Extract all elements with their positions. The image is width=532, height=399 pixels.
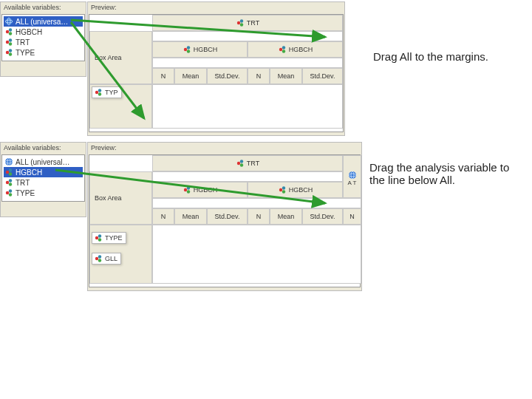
preview-grid[interactable]: Box Area TRT HGBCH HGBCH N Mean Std.Dev.… [89, 15, 343, 132]
available-variables-label2: Available variables: [1, 143, 86, 154]
var2-all-label: ALL (universal… [16, 158, 70, 166]
class-icon [94, 88, 103, 97]
col-header-trt[interactable]: TRT [152, 15, 343, 31]
stat-Std-1: Std.Dev. [207, 68, 248, 84]
var2-trt-label: TRT [16, 179, 30, 187]
available-variables-label: Available variables: [1, 2, 86, 13]
class-icon [278, 45, 287, 54]
col-header-trt-label: TRT [247, 19, 259, 27]
col-header-trt2[interactable]: TRT [152, 155, 343, 171]
var-hgbch-label: HGBCH [16, 28, 42, 36]
drag-chip-type-label: TYP [105, 89, 118, 96]
var-trt-label: TRT [16, 38, 30, 47]
stat-Std-2: Std.Dev. [302, 68, 343, 84]
stat-Mean-1: Mean [174, 68, 207, 84]
drag-chip-type2-label: TYPE [105, 234, 123, 242]
class-icon [4, 188, 13, 197]
stat2-1: Mean [174, 208, 207, 225]
class-icon [278, 185, 287, 194]
col-header-all-right-label: A T [348, 180, 357, 186]
stat2-0: N [152, 208, 174, 225]
class-icon [4, 168, 13, 177]
drag-chip-gll[interactable]: GLL [92, 253, 121, 265]
data-area[interactable] [152, 84, 343, 129]
panel1-available: Available variables: ALL (universa… HGBC… [0, 1, 86, 77]
preview-label2: Preview: [88, 143, 361, 154]
stat-Mean-2: Mean [270, 68, 302, 84]
available-variables-list: ALL (universa… HGBCH TRT TYPE [1, 14, 85, 61]
preview-spacer [152, 31, 343, 41]
var-type-label: TYPE [16, 49, 35, 57]
var2-hgbch[interactable]: HGBCH [4, 167, 83, 177]
box-area-cell[interactable]: Box Area [89, 31, 152, 84]
class-icon [4, 48, 13, 57]
panel2-available: Available variables: ALL (universal… HGB… [0, 142, 86, 217]
col-header-all-right[interactable]: A T [343, 155, 361, 198]
var2-type[interactable]: TYPE [4, 188, 83, 198]
stat2-6: N [343, 208, 361, 225]
drag-chip-type2[interactable]: TYPE [92, 232, 126, 244]
preview-spacer2b [152, 198, 361, 208]
row-header-hgbch-2[interactable]: HGBCH [248, 41, 343, 58]
preview-grid2[interactable]: Box Area TRT A T HGBCH HGBCH N Mean Std.… [89, 155, 360, 287]
box-area-cell2[interactable]: Box Area [89, 171, 152, 225]
var-hgbch[interactable]: HGBCH [4, 27, 83, 37]
stat2-3: N [248, 208, 270, 225]
var-all[interactable]: ALL (universa… [4, 16, 83, 27]
class-icon [94, 233, 103, 242]
class-icon [236, 18, 245, 27]
preview-spacer2 [152, 58, 343, 68]
row-header-hgbch-1b-label: HGBCH [194, 186, 218, 194]
col-header-trt2-label: TRT [247, 160, 259, 167]
class-icon [4, 27, 13, 36]
stat2-2: Std.Dev. [207, 208, 248, 225]
row-header-hgbch-1[interactable]: HGBCH [152, 41, 248, 58]
preview-spacer-b [152, 171, 343, 182]
caption-step1: Drag All to the margins. [373, 50, 521, 63]
row-header-hgbch-1-label: HGBCH [194, 46, 218, 53]
var-all-label: ALL (universa… [16, 18, 68, 26]
class-icon [94, 254, 103, 263]
panel2-preview: Preview: Box Area TRT A T HGBCH HGBCH N … [87, 142, 362, 291]
preview-label: Preview: [88, 2, 344, 13]
class-icon [236, 159, 245, 168]
globe-icon [4, 157, 13, 166]
class-icon [4, 38, 13, 47]
stat2-4: Mean [270, 208, 302, 225]
available-variables-list2: ALL (universal… HGBCH TRT TYPE [1, 154, 85, 202]
var-type[interactable]: TYPE [4, 47, 83, 58]
row-header-hgbch-2b[interactable]: HGBCH [248, 182, 343, 198]
var2-trt[interactable]: TRT [4, 177, 83, 188]
row-header-hgbch-1b[interactable]: HGBCH [152, 182, 248, 198]
class-icon [4, 178, 13, 187]
var2-type-label: TYPE [16, 189, 35, 197]
drag-chip-type[interactable]: TYP [92, 86, 122, 98]
slide-root: { "captions": { "step1": "Drag All to th… [0, 0, 532, 399]
var-trt[interactable]: TRT [4, 37, 83, 47]
var2-hgbch-label: HGBCH [16, 168, 42, 177]
class-icon [183, 185, 191, 194]
stat-N-1: N [152, 68, 174, 84]
panel1-preview: Preview: Box Area TRT HGBCH HGBCH N Mean… [87, 1, 345, 136]
var2-all[interactable]: ALL (universal… [4, 157, 83, 167]
stat-N-2: N [248, 68, 270, 84]
drag-chip-gll-label: GLL [105, 255, 117, 262]
data-area2[interactable] [152, 225, 361, 284]
class-icon [183, 45, 191, 54]
globe-icon [348, 171, 357, 180]
caption-step2: Drag the analysis variable to the line b… [369, 161, 525, 186]
globe-icon [4, 17, 13, 26]
stat2-5: Std.Dev. [302, 208, 343, 225]
row-header-hgbch-2-label: HGBCH [289, 46, 313, 53]
row-header-hgbch-2b-label: HGBCH [289, 186, 313, 194]
